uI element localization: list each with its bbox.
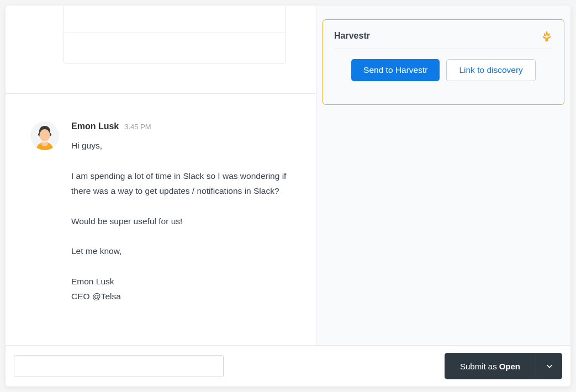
chevron-down-icon bbox=[546, 362, 553, 370]
harvestr-card: Harvestr Send to Harvestr Link to discov… bbox=[323, 19, 564, 105]
harvestr-buttons: Send to Harvestr Link to discovery bbox=[334, 59, 553, 81]
link-to-discovery-button[interactable]: Link to discovery bbox=[446, 59, 535, 81]
message-header: Emon Lusk 3.45 PM bbox=[71, 121, 291, 131]
message-section: Emon Lusk 3.45 PM Hi guys, I am spending… bbox=[6, 94, 316, 386]
harvestr-header: Harvestr bbox=[334, 30, 553, 49]
message-body: Hi guys, I am spending a lot of time in … bbox=[71, 138, 291, 304]
signature-title: CEO @Telsa bbox=[71, 289, 291, 304]
main-panel: Emon Lusk 3.45 PM Hi guys, I am spending… bbox=[6, 6, 316, 386]
author-avatar bbox=[30, 121, 59, 150]
message-content: Emon Lusk 3.45 PM Hi guys, I am spending… bbox=[71, 121, 291, 370]
message-paragraph: Would be super useful for us! bbox=[71, 214, 291, 229]
submit-status: Open bbox=[499, 362, 520, 371]
top-box-divider bbox=[64, 33, 286, 33]
author-name: Emon Lusk bbox=[71, 121, 119, 131]
svg-point-1 bbox=[40, 129, 50, 141]
message-paragraph: Hi guys, bbox=[71, 138, 291, 153]
send-to-harvestr-button[interactable]: Send to Harvestr bbox=[351, 59, 440, 81]
top-content-box bbox=[64, 6, 286, 63]
top-section bbox=[6, 6, 316, 94]
message-paragraph: I am spending a lot of time in Slack so … bbox=[71, 168, 291, 199]
submit-dropdown-button[interactable] bbox=[536, 353, 562, 379]
message-paragraph: Let me know, bbox=[71, 243, 291, 259]
reply-input[interactable] bbox=[14, 355, 224, 377]
submit-prefix: Submit as bbox=[460, 362, 497, 371]
harvestr-title: Harvestr bbox=[334, 31, 370, 41]
sidebar-panel: Harvestr Send to Harvestr Link to discov… bbox=[316, 6, 570, 386]
harvestr-logo-icon bbox=[541, 30, 553, 42]
bottom-bar: Submit as Open bbox=[6, 345, 570, 386]
submit-button[interactable]: Submit as Open bbox=[445, 353, 536, 379]
avatar-icon bbox=[30, 121, 59, 150]
app-container: Emon Lusk 3.45 PM Hi guys, I am spending… bbox=[6, 6, 570, 386]
message-signature: Emon Lusk CEO @Telsa bbox=[71, 274, 291, 304]
message-time: 3.45 PM bbox=[124, 123, 151, 131]
submit-button-group: Submit as Open bbox=[445, 353, 562, 379]
signature-name: Emon Lusk bbox=[71, 274, 291, 289]
